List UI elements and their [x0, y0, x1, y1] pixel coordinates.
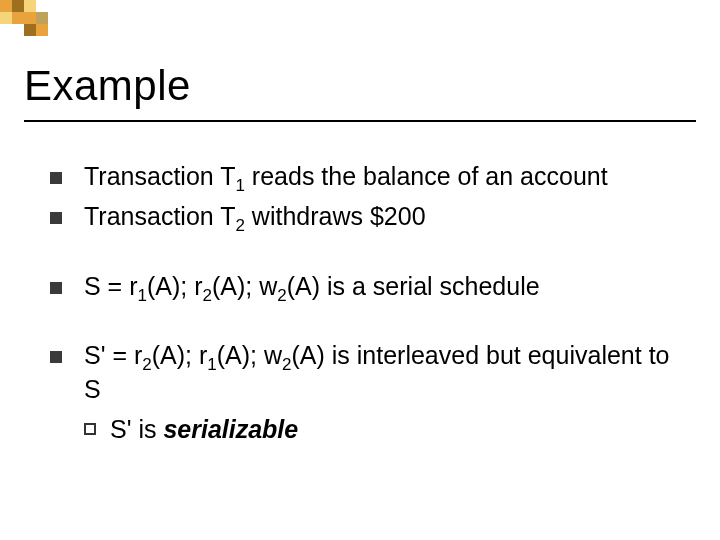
- slide-title: Example: [24, 62, 191, 110]
- text: Transaction T2 withdraws $200: [84, 202, 426, 230]
- bullet-4: S' = r2(A); r1(A); w2(A) is interleaved …: [50, 339, 680, 407]
- square-bullet-icon: [50, 282, 62, 294]
- bullet-2: Transaction T2 withdraws $200: [50, 200, 680, 234]
- title-underline: [24, 120, 696, 122]
- square-bullet-icon: [50, 212, 62, 224]
- text: Transaction T1 reads the balance of an a…: [84, 162, 608, 190]
- bullet-1: Transaction T1 reads the balance of an a…: [50, 160, 680, 194]
- slide-body: Transaction T1 reads the balance of an a…: [50, 160, 680, 447]
- square-bullet-icon: [50, 172, 62, 184]
- bullet-3: S = r1(A); r2(A); w2(A) is a serial sche…: [50, 270, 680, 304]
- text: S = r1(A); r2(A); w2(A) is a serial sche…: [84, 272, 540, 300]
- open-square-bullet-icon: [84, 423, 96, 435]
- text: S' = r2(A); r1(A); w2(A) is interleaved …: [84, 341, 670, 403]
- text: S' is serializable: [110, 415, 298, 443]
- square-bullet-icon: [50, 351, 62, 363]
- sub-bullet-1: S' is serializable: [50, 413, 680, 447]
- corner-logo: [0, 0, 60, 42]
